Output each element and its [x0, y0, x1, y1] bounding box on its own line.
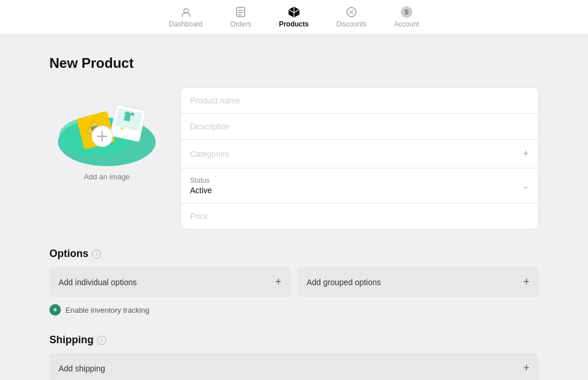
svg-text:S: S — [404, 9, 408, 16]
status-chevron-icon: ⌄ — [522, 181, 529, 190]
nav-item-account[interactable]: S Account — [394, 6, 419, 28]
main-content: New Product — [36, 34, 552, 380]
add-shipping-label: Add shipping — [59, 364, 105, 373]
shipping-section: Shipping i Add shipping + — [49, 334, 539, 380]
page-title: New Product — [49, 55, 539, 71]
price-field[interactable]: Price — [180, 204, 539, 229]
options-title-row: Options i — [49, 248, 539, 260]
svg-text:✦: ✦ — [82, 144, 86, 149]
status-field[interactable]: Status Active ⌄ — [180, 168, 539, 204]
categories-add-icon[interactable]: + — [523, 148, 529, 160]
nav-discounts-label: Discounts — [336, 20, 367, 28]
add-shipping-button[interactable]: Add shipping + — [49, 353, 539, 380]
nav-item-products[interactable]: Products — [279, 6, 309, 28]
product-illustration: ✦ ✦ ✦ — [51, 87, 163, 168]
options-info-icon[interactable]: i — [92, 250, 101, 259]
dashboard-icon — [180, 6, 192, 18]
shipping-title-row: Shipping i — [49, 334, 539, 346]
inventory-tracking-label: Enable inventory tracking — [65, 306, 149, 314]
shipping-info-icon[interactable]: i — [97, 336, 106, 345]
svg-point-4 — [350, 10, 351, 11]
account-icon: S — [400, 6, 413, 18]
nav-account-label: Account — [394, 20, 419, 28]
add-individual-options-button[interactable]: Add individual options + — [49, 267, 291, 297]
price-placeholder: Price — [190, 212, 208, 221]
shipping-title: Shipping — [49, 334, 94, 346]
products-icon — [288, 6, 300, 18]
status-value: Active — [190, 186, 212, 195]
svg-text:✦: ✦ — [119, 125, 124, 132]
nav-orders-label: Orders — [230, 20, 252, 28]
nav-item-dashboard[interactable]: Dashboard — [169, 6, 203, 28]
add-image-label: Add an image — [84, 172, 130, 181]
svg-text:✦: ✦ — [86, 113, 92, 121]
status-label: Status — [190, 176, 212, 185]
description-field[interactable]: Description — [180, 114, 539, 140]
add-grouped-options-button[interactable]: Add grouped options + — [297, 267, 539, 297]
form-area: Product name Description Categories + St… — [180, 87, 539, 229]
add-individual-plus-icon: + — [275, 276, 281, 288]
main-navigation: Dashboard Orders Products — [0, 0, 588, 34]
discounts-icon — [345, 6, 358, 18]
orders-icon — [234, 6, 247, 18]
description-placeholder: Description — [190, 122, 230, 131]
nav-item-orders[interactable]: Orders — [230, 6, 252, 28]
nav-item-discounts[interactable]: Discounts — [336, 6, 367, 28]
categories-placeholder: Categories — [190, 149, 229, 159]
content-layout: ✦ ✦ ✦ Add an image Product name Descript… — [49, 87, 539, 229]
product-name-placeholder: Product name — [190, 96, 240, 105]
nav-products-label: Products — [279, 20, 309, 28]
svg-point-5 — [353, 13, 354, 14]
options-section: Options i Add individual options + Add g… — [49, 248, 539, 316]
categories-field[interactable]: Categories + — [180, 140, 539, 168]
add-grouped-label: Add grouped options — [307, 278, 381, 287]
image-upload-area[interactable]: ✦ ✦ ✦ Add an image — [49, 87, 164, 181]
inventory-tracking-icon — [49, 304, 61, 316]
add-shipping-plus-icon: + — [523, 362, 529, 374]
product-name-field[interactable]: Product name — [180, 87, 539, 114]
inventory-row[interactable]: Enable inventory tracking — [49, 304, 539, 316]
options-title: Options — [49, 248, 88, 260]
add-grouped-plus-icon: + — [523, 276, 529, 288]
nav-dashboard-label: Dashboard — [169, 20, 203, 28]
add-individual-label: Add individual options — [59, 278, 137, 287]
options-buttons: Add individual options + Add grouped opt… — [49, 267, 539, 297]
